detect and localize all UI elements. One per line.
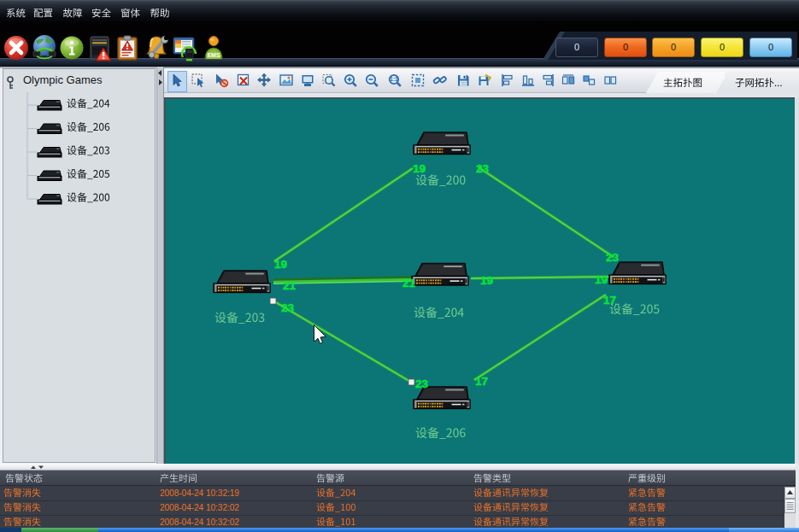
svg-text:21: 21 <box>283 279 297 292</box>
svg-text:21: 21 <box>402 277 416 289</box>
svg-text:EMS: EMS <box>207 52 220 58</box>
svg-text:23: 23 <box>415 377 429 390</box>
svg-text:19: 19 <box>413 162 426 175</box>
svg-text:17: 17 <box>475 375 488 388</box>
svg-text:23: 23 <box>476 162 490 175</box>
svg-text:19: 19 <box>480 274 493 287</box>
svg-text:17: 17 <box>603 294 616 307</box>
svg-text:23: 23 <box>281 301 295 314</box>
svg-text:19: 19 <box>595 273 608 286</box>
svg-text:1:1: 1:1 <box>390 76 398 82</box>
svg-text:19: 19 <box>274 258 287 271</box>
svg-text:23: 23 <box>606 251 620 264</box>
